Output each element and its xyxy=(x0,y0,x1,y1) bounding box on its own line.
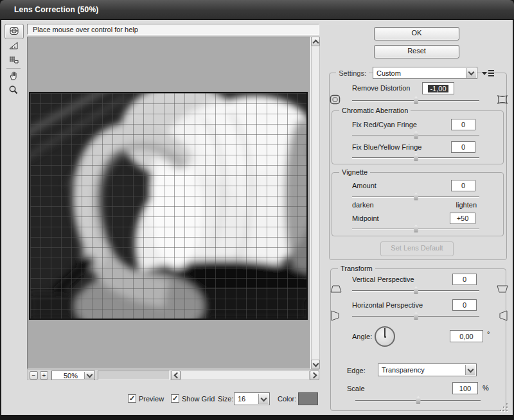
remove-distortion-value[interactable]: -1,00 xyxy=(422,82,454,94)
ok-button[interactable]: OK xyxy=(374,27,459,40)
angle-value[interactable]: 0,00 xyxy=(450,330,483,342)
vignette-amount-label: Amount xyxy=(352,182,377,189)
straighten-tool-button[interactable] xyxy=(6,40,21,53)
set-lens-default-button[interactable]: Set Lens Default xyxy=(380,241,454,256)
edge-value: Transparency xyxy=(382,364,425,376)
settings-dropdown-button[interactable] xyxy=(466,68,476,78)
lens-correction-dialog: Lens Correction (50%) Place mouse over c… xyxy=(0,0,514,420)
zoom-level-dropdown-button[interactable] xyxy=(84,372,94,379)
remove-distortion-tool-icon xyxy=(9,26,19,37)
scroll-up-button[interactable] xyxy=(311,37,320,46)
perspective-tilt-back-icon xyxy=(330,284,342,295)
zoom-tool-button[interactable] xyxy=(6,84,21,97)
help-text: Place mouse over control for help xyxy=(33,26,138,33)
title-bar[interactable]: Lens Correction (50%) xyxy=(0,0,514,20)
fix-blue-yellow-value[interactable]: 0 xyxy=(451,141,475,153)
vignette-midpoint-value[interactable]: +50 xyxy=(450,213,475,224)
horizontal-perspective-slider[interactable] xyxy=(352,312,479,320)
angle-dial[interactable] xyxy=(375,326,395,347)
zoom-in-button[interactable]: + xyxy=(40,371,48,380)
slider-thumb[interactable] xyxy=(413,96,419,104)
show-grid-checkbox-label[interactable]: Show Grid xyxy=(182,395,215,403)
horizontal-perspective-value[interactable]: 0 xyxy=(452,299,477,311)
vignette-legend: Vignette xyxy=(339,168,370,176)
fix-red-cyan-value[interactable]: 0 xyxy=(451,119,475,130)
settings-flyout-menu-icon[interactable] xyxy=(482,69,495,77)
chevron-down-icon xyxy=(86,372,93,378)
slider-thumb[interactable] xyxy=(413,286,419,294)
perspective-turn-left-icon xyxy=(330,310,342,322)
scale-value[interactable]: 100 xyxy=(452,382,478,394)
slider-thumb[interactable] xyxy=(413,131,419,139)
fix-blue-yellow-label: Fix Blue/Yellow Fringe xyxy=(352,143,421,151)
check-icon: ✓ xyxy=(172,394,178,402)
chromatic-aberration-legend: Chromatic Aberration xyxy=(339,107,411,114)
hand-tool-button[interactable] xyxy=(6,70,21,83)
slider-thumb[interactable] xyxy=(413,153,419,161)
slider-thumb[interactable] xyxy=(413,225,419,232)
grid-color-swatch[interactable] xyxy=(298,392,318,405)
move-grid-tool-button[interactable] xyxy=(6,54,21,67)
grid-size-label: Size: xyxy=(218,395,233,403)
reset-button[interactable]: Reset xyxy=(374,45,459,58)
scroll-right-button[interactable] xyxy=(310,371,319,380)
edge-label: Edge: xyxy=(347,367,366,374)
angle-center-dot xyxy=(384,336,386,338)
chevron-down-icon xyxy=(468,366,474,372)
remove-distortion-tool-button[interactable] xyxy=(4,24,24,39)
settings-select[interactable]: Custom xyxy=(373,67,477,79)
vignette-amount-value[interactable]: 0 xyxy=(451,180,475,191)
scroll-down-button[interactable] xyxy=(311,360,320,369)
chevron-down-icon xyxy=(312,361,319,367)
settings-label: Settings: xyxy=(326,69,369,77)
resize-grip[interactable] xyxy=(500,403,509,412)
zoom-level-select[interactable]: 50% xyxy=(51,371,95,380)
edge-dropdown-button[interactable] xyxy=(465,365,475,375)
zoom-out-button[interactable]: − xyxy=(30,371,38,380)
preview-checkbox-label[interactable]: Preview xyxy=(139,395,164,403)
slider-thumb[interactable] xyxy=(413,312,419,320)
horizontal-perspective-label: Horizontal Perspective xyxy=(352,301,423,309)
remove-distortion-label: Remove Distortion xyxy=(352,84,410,92)
angle-label: Angle: xyxy=(352,333,372,340)
grid-color-label: Color: xyxy=(278,395,296,403)
fix-blue-yellow-slider[interactable] xyxy=(352,153,479,161)
zoom-level-value: 50% xyxy=(64,371,78,380)
scale-unit: % xyxy=(483,384,489,392)
grid-size-select[interactable]: 16 xyxy=(234,392,270,405)
hand-tool-icon xyxy=(8,71,19,82)
slider-thumb[interactable] xyxy=(413,193,419,200)
grid-size-dropdown-button[interactable] xyxy=(258,394,269,404)
angle-unit: ° xyxy=(487,330,490,338)
vertical-perspective-value[interactable]: 0 xyxy=(452,274,477,285)
perspective-tilt-forward-icon xyxy=(496,284,509,295)
scale-slider[interactable] xyxy=(355,396,481,404)
chevron-left-icon xyxy=(173,372,180,379)
vignette-midpoint-slider[interactable] xyxy=(352,225,479,232)
vertical-scrollbar[interactable] xyxy=(311,37,320,369)
fix-red-cyan-label: Fix Red/Cyan Fringe xyxy=(352,121,417,128)
scroll-left-button[interactable] xyxy=(171,371,181,380)
fix-red-cyan-slider[interactable] xyxy=(352,131,479,139)
chevron-right-icon xyxy=(311,372,317,379)
preview-image[interactable] xyxy=(29,92,308,320)
edge-select[interactable]: Transparency xyxy=(378,363,477,376)
status-panel xyxy=(98,371,170,380)
vignette-amount-slider[interactable] xyxy=(352,193,479,200)
vertical-perspective-slider[interactable] xyxy=(352,286,479,294)
horizontal-scrollbar[interactable] xyxy=(181,371,310,380)
chevron-down-icon xyxy=(468,69,475,76)
vertical-perspective-label: Vertical Perspective xyxy=(352,276,414,283)
show-grid-checkbox[interactable]: ✓ xyxy=(171,394,179,403)
lighten-label: lighten xyxy=(412,201,477,209)
preview-checkbox[interactable]: ✓ xyxy=(128,394,136,403)
check-icon: ✓ xyxy=(129,394,135,402)
move-grid-tool-icon xyxy=(8,55,19,66)
barrel-distortion-icon xyxy=(329,94,342,107)
pincushion-distortion-icon xyxy=(496,94,509,107)
zoom-tool-icon xyxy=(8,85,19,96)
remove-distortion-slider[interactable] xyxy=(352,96,479,104)
darken-label: darken xyxy=(352,201,374,209)
slider-thumb[interactable] xyxy=(416,396,421,404)
perspective-turn-right-icon xyxy=(496,310,509,322)
